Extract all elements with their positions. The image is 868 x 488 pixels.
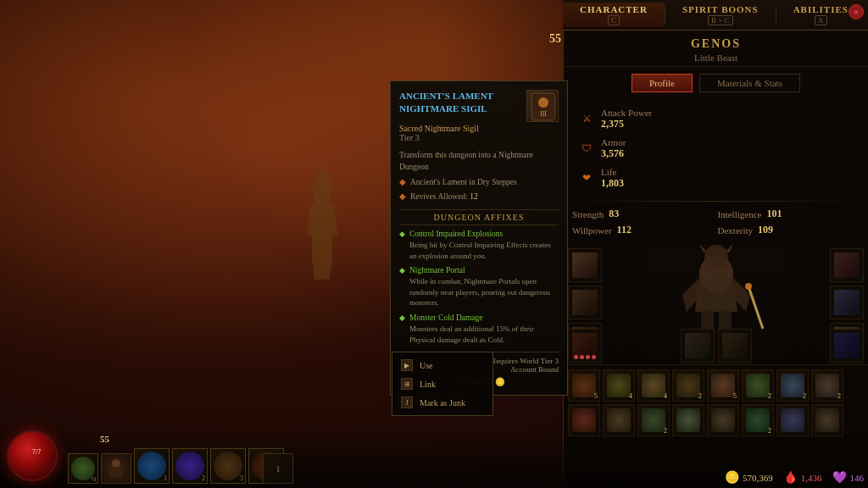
tab-spirit-label: SPIRIT BOONS: [682, 4, 759, 14]
stat-dexterity: Dexterity 109: [718, 224, 860, 236]
intelligence-value: 101: [766, 208, 782, 220]
stats-section: ⚔ Attack Power 2,375 🛡 Armor 3,576 ❤ Lif…: [564, 99, 868, 198]
skill-bar: Q 1 2 3 4: [68, 448, 284, 484]
tab-spirit-key: B + C: [708, 15, 733, 25]
dexterity-value: 109: [758, 224, 773, 236]
affix-nightmare-portal: ◆ Nightmare Portal While in combat, Nigh…: [399, 266, 559, 308]
svg-text:III: III: [540, 110, 547, 118]
weapon-slot-right[interactable]: [830, 329, 864, 363]
item-bullet-1: ◆ Ancient's Lament in Dry Steppes: [399, 177, 559, 188]
equip-slot-chest[interactable]: [568, 286, 602, 319]
bullet-dot-2: ◆: [399, 191, 406, 202]
willpower-label: Willpower: [572, 225, 612, 236]
item-name-line1: ANCIENT'S LAMENT: [399, 90, 493, 103]
ctx-junk[interactable]: J Mark as Junk: [392, 393, 492, 412]
blood-amount: 1,436: [801, 473, 822, 483]
equip-slot-pants[interactable]: [681, 329, 715, 363]
portrait-section: [564, 244, 868, 363]
stat-strength: Strength 83: [572, 208, 715, 220]
soul-display: 💜 146: [832, 470, 865, 485]
svg-line-4: [748, 286, 763, 329]
affix-dot-3: ◆: [399, 313, 405, 322]
affix-control-impaired: ◆ Control Impaired Explosions Being hit …: [399, 230, 559, 261]
svg-point-7: [538, 97, 548, 108]
interact-slot[interactable]: 1: [263, 453, 293, 484]
tab-profile[interactable]: Profile: [632, 74, 693, 92]
currency-display: 🪙 570,369 🩸 1,436 💜 146: [725, 470, 864, 485]
affix-1-name: Control Impaired Explosions: [409, 230, 559, 238]
stat-willpower: Willpower 112: [572, 224, 715, 236]
tab-character[interactable]: CHARACTER C: [563, 3, 665, 27]
tab-character-key: C: [608, 15, 620, 25]
character-class: Little Beast: [564, 53, 868, 63]
inv-cell-1-8[interactable]: 2: [811, 369, 843, 402]
stat-life: ❤ Life 1,803: [572, 164, 860, 193]
context-menu: ▶ Use ⊞ Link J Mark as Junk: [392, 352, 493, 416]
soul-icon: 💜: [832, 470, 847, 485]
ctx-use[interactable]: ▶ Use: [392, 356, 492, 374]
bullet-text-2: Revives Allowed: 12: [410, 191, 478, 202]
armor-label: Armor: [601, 137, 626, 147]
inv-cell-1-5[interactable]: 5: [707, 369, 739, 402]
inv-cell-1-4[interactable]: 2: [672, 369, 704, 402]
svg-point-9: [112, 459, 120, 468]
inv-cell-1-1[interactable]: 5: [568, 369, 600, 402]
affix-cold-damage: ◆ Monster Cold Damage Monsters deal an a…: [399, 313, 559, 345]
level-badge: 55: [549, 32, 561, 46]
blood-icon: 🩸: [783, 470, 798, 485]
item-description: Transform this dungeon into a Nightmare …: [399, 149, 559, 174]
skill-slot-2[interactable]: 2: [172, 448, 208, 484]
equip-slot-ring2[interactable]: [830, 286, 864, 319]
svg-point-1: [704, 245, 728, 269]
tab-spirit-boons[interactable]: SPIRIT BOONS B + C: [665, 3, 776, 27]
ctx-link-icon: ⊞: [401, 378, 413, 390]
close-button[interactable]: ×: [849, 4, 864, 19]
intelligence-label: Intelligence: [718, 209, 762, 219]
item-icon-svg: III: [527, 91, 559, 123]
bullet-dot-1: ◆: [399, 177, 406, 188]
character-name-section: GENOS Little Beast: [564, 30, 868, 67]
tab-materials[interactable]: Materials & Stats: [699, 74, 800, 92]
affix-3-desc: Monsters deal an additional 15% of their…: [409, 324, 559, 345]
ctx-use-icon: ▶: [401, 359, 413, 371]
affix-1-desc: Being hit by Control Impairing Effects c…: [409, 240, 559, 261]
inv-cell-1-3[interactable]: 4: [637, 369, 670, 402]
stat-intelligence: Intelligence 101: [718, 208, 860, 220]
equip-slot-boots[interactable]: [718, 329, 752, 363]
equip-slot-ring1[interactable]: [830, 248, 864, 282]
potion-slot[interactable]: Q: [68, 453, 98, 484]
bottom-hud: 7/7 55 Q 1 2 3: [0, 429, 868, 488]
tab-abilities-label: ABILITIES: [793, 4, 849, 14]
affix-3-name: Monster Cold Damage: [409, 313, 559, 322]
equip-slot-helm[interactable]: [568, 248, 602, 282]
inv-cell-1-6[interactable]: 2: [742, 369, 774, 402]
inv-cell-1-7[interactable]: 2: [776, 369, 809, 402]
willpower-value: 112: [617, 224, 632, 236]
ctx-link-label: Link: [420, 380, 436, 389]
ctx-junk-label: Mark as Junk: [420, 398, 465, 408]
blood-display: 🩸 1,436: [783, 470, 822, 485]
stat-attack-power: ⚔ Attack Power 2,375: [572, 104, 860, 134]
health-text: 7/7: [32, 448, 41, 456]
gold-amount: 570,369: [743, 473, 773, 483]
gold-display: 🪙 570,369: [725, 470, 773, 485]
ctx-link[interactable]: ⊞ Link: [392, 374, 492, 393]
character-name: GENOS: [564, 37, 868, 51]
top-navigation: CHARACTER C SPIRIT BOONS B + C ABILITIES…: [563, 0, 868, 30]
skill-slot-1[interactable]: 1: [134, 448, 170, 484]
ctx-junk-icon: J: [401, 396, 413, 408]
stat-armor: 🛡 Armor 3,576: [572, 134, 860, 164]
inv-cell-1-2[interactable]: 4: [603, 369, 635, 402]
weapon-slot-left[interactable]: [568, 329, 602, 363]
skill-slot-3[interactable]: 3: [210, 448, 246, 484]
strength-value: 83: [609, 208, 619, 220]
secondary-stats: Strength 83 Intelligence 101 Willpower 1…: [564, 204, 868, 240]
player-level: 55: [100, 434, 109, 444]
affix-2-name: Nightmare Portal: [409, 266, 559, 274]
item-tier: Tier 3: [399, 133, 559, 142]
armor-value: 3,576: [601, 147, 626, 160]
character-mini-portrait[interactable]: [101, 453, 131, 484]
item-tooltip: ANCIENT'S LAMENT NIGHTMARE SIGIL III Sac…: [390, 80, 568, 396]
item-icon: III: [526, 90, 559, 122]
affix-dot-1: ◆: [399, 230, 405, 238]
